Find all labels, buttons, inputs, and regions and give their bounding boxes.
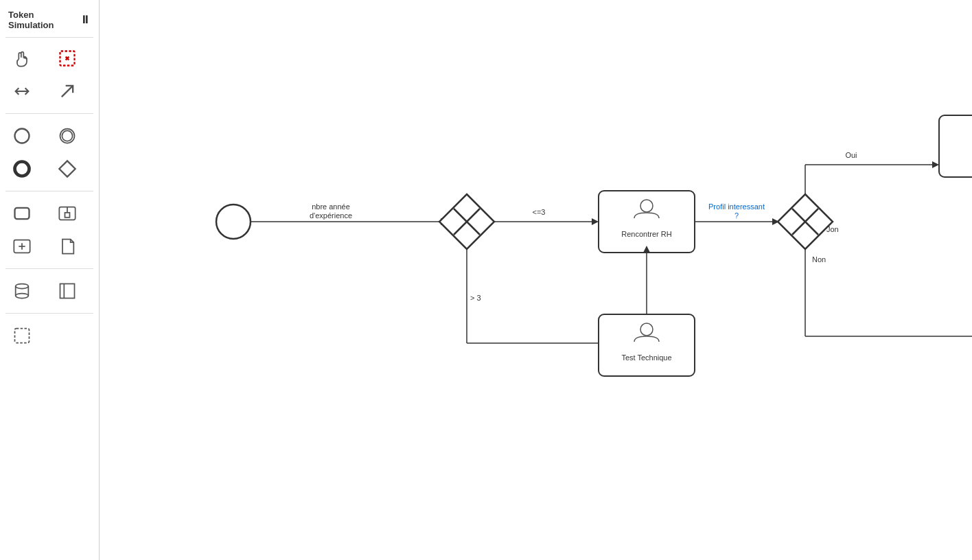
condition-le3: <=3: [533, 208, 546, 216]
token-simulation-toggle[interactable]: ⏸: [80, 14, 91, 26]
lasso-tool[interactable]: [51, 43, 84, 73]
task-rh-label: Rencontrer RH: [621, 230, 671, 238]
data-store-tool[interactable]: [51, 198, 84, 229]
arrow-gw2-oui: [932, 161, 939, 168]
start-event[interactable]: [216, 205, 251, 239]
task-test-label: Test Technique: [621, 353, 671, 362]
svg-line-4: [62, 86, 73, 97]
condition-gt3: > 3: [470, 294, 481, 302]
condition-profil: Profil interessant: [708, 202, 765, 211]
annotation-tool[interactable]: [51, 231, 84, 261]
svg-rect-10: [15, 208, 30, 219]
task3[interactable]: [939, 115, 972, 177]
space-tool[interactable]: [5, 76, 38, 106]
sidebar: Token Simulation ⏸: [0, 0, 100, 560]
hand-tool[interactable]: [5, 43, 38, 73]
end-event-tool[interactable]: [5, 154, 38, 184]
group-tool[interactable]: [5, 320, 38, 351]
subprocess-tool[interactable]: [5, 231, 38, 261]
sidebar-title: Token Simulation: [8, 10, 76, 30]
gateway-tool[interactable]: [51, 154, 84, 184]
svg-rect-12: [65, 213, 70, 218]
label-non: Non: [812, 255, 826, 264]
task-tool[interactable]: [5, 198, 38, 229]
svg-point-17: [16, 284, 29, 289]
flow-label-experience: nbre année: [312, 202, 350, 211]
start-event-tool[interactable]: [5, 121, 38, 151]
label-oui: Oui: [845, 151, 857, 159]
arrow-gw1-to-rh: [592, 218, 599, 225]
intermediate-event-tool[interactable]: [51, 121, 84, 151]
bpmn-diagram: nbre année d'expérience <=3 > 3 Rencontr…: [100, 0, 972, 560]
canvas-area[interactable]: nbre année d'expérience <=3 > 3 Rencontr…: [100, 0, 972, 560]
sidebar-header: Token Simulation ⏸: [5, 5, 93, 38]
pool-tool[interactable]: [51, 276, 84, 306]
condition-profil2: ?: [734, 211, 739, 220]
flow-label-experience2: d'expérience: [310, 211, 352, 220]
data-store-shape-tool[interactable]: [5, 276, 38, 306]
svg-point-5: [15, 129, 30, 143]
svg-rect-23: [15, 329, 30, 343]
svg-rect-21: [60, 284, 75, 299]
svg-point-20: [16, 294, 29, 299]
svg-marker-9: [59, 161, 75, 176]
svg-point-8: [15, 162, 30, 176]
jon-label: Jon: [826, 225, 839, 233]
tool-palette: [5, 43, 93, 351]
svg-point-7: [62, 130, 72, 141]
arrow-tool[interactable]: [51, 76, 84, 106]
